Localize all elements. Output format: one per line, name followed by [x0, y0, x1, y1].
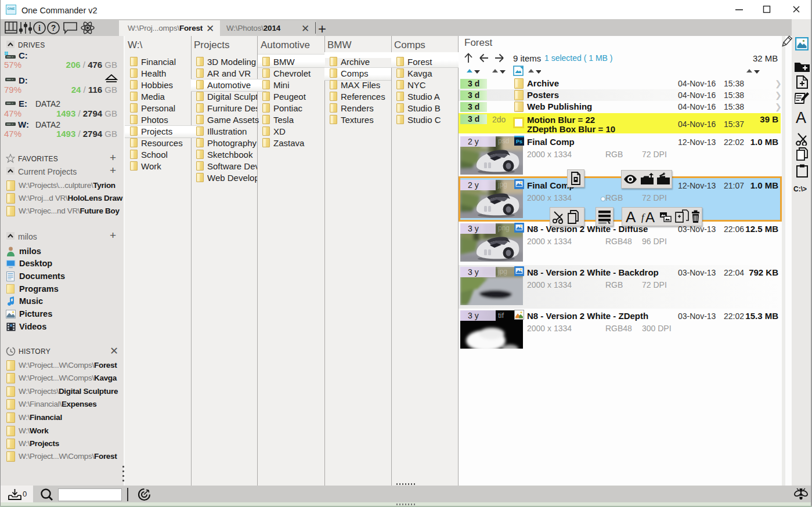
svg-text:Ps: Ps [516, 139, 522, 144]
svg-text:A: A [626, 209, 636, 225]
svg-text:f: f [641, 212, 645, 223]
svg-text:?: ? [51, 23, 56, 32]
svg-text:A: A [645, 209, 655, 225]
svg-text:i: i [38, 24, 41, 32]
